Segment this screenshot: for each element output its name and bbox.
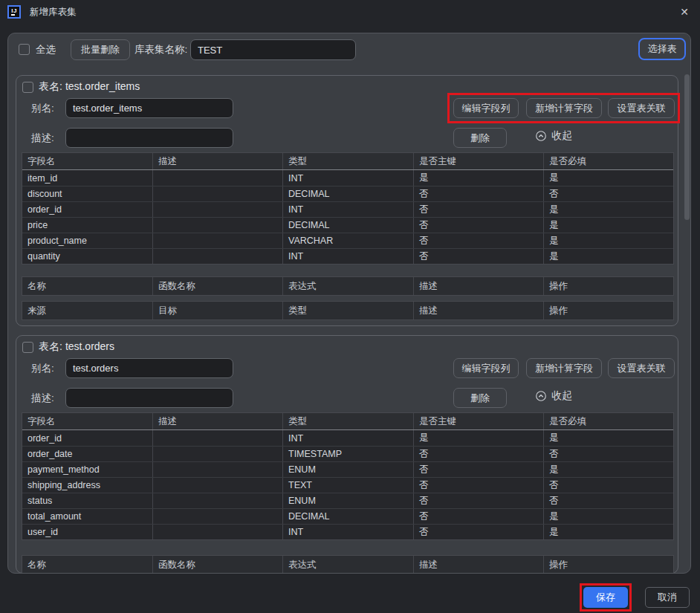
alias-label: 别名:	[31, 98, 54, 118]
table-cell	[152, 249, 282, 264]
table-cell: DECIMAL	[282, 187, 413, 201]
column-header: 表达式	[282, 277, 413, 295]
column-header: 操作	[543, 302, 673, 320]
column-header: 类型	[282, 302, 413, 320]
table-cell: 是	[543, 509, 673, 524]
table-cell: INT	[282, 170, 413, 186]
table-cell: 否	[413, 187, 543, 201]
table-cell	[152, 202, 282, 217]
desc-label: 描述:	[31, 128, 54, 148]
column-header: 来源	[22, 302, 152, 320]
table-cell: product_name	[22, 233, 152, 248]
calc-field-table: 名称 函数名称 表达式 描述 操作	[22, 555, 674, 574]
table-cell: order_id	[22, 202, 152, 217]
field-table: 字段名 描述 类型 是否主键 是否必填 order_idINT是是order_d…	[22, 412, 674, 540]
delete-button[interactable]: 删除	[453, 388, 507, 408]
table-cell: price	[22, 218, 152, 233]
close-icon[interactable]: ✕	[678, 5, 691, 19]
set-name-input[interactable]	[190, 39, 356, 60]
calc-field-table: 名称 函数名称 表达式 描述 操作	[22, 276, 674, 296]
table-cell: 是	[543, 249, 673, 264]
cancel-button[interactable]: 取消	[645, 587, 690, 608]
table-cell: status	[22, 493, 152, 508]
table-cell: VARCHAR	[282, 233, 413, 248]
edit-fields-button[interactable]: 编辑字段列	[453, 98, 519, 118]
desc-input[interactable]	[65, 128, 233, 148]
table-cell: user_id	[22, 525, 152, 539]
table-row: order_idINT是是	[22, 430, 673, 446]
table-cell: DECIMAL	[282, 509, 413, 524]
column-header: 名称	[22, 556, 152, 574]
table-row: item_idINT是是	[22, 170, 673, 186]
section-title: 表名:test.order_items	[39, 80, 143, 94]
collapse-label: 收起	[551, 129, 572, 143]
column-header: 操作	[543, 277, 673, 295]
relation-table-header: 来源 目标 类型 描述 操作	[22, 302, 673, 320]
alias-label: 别名:	[31, 358, 54, 378]
field-table-header: 字段名 描述 类型 是否主键 是否必填	[22, 413, 673, 430]
table-cell: TIMESTAMP	[282, 447, 413, 461]
table-cell: 否	[543, 187, 673, 201]
main-panel: 全选 批量删除 库表集名称: 选择表 表名:test.order_items 别…	[7, 33, 691, 574]
intellij-logo-icon: IJ	[7, 5, 21, 19]
table-row: shipping_addressTEXT否否	[22, 477, 673, 493]
choose-table-button[interactable]: 选择表	[638, 38, 686, 60]
table-cell: 是	[543, 170, 673, 186]
set-name-label: 库表集名称:	[135, 43, 187, 56]
calc-table-header: 名称 函数名称 表达式 描述 操作	[22, 277, 673, 295]
collapse-toggle[interactable]: 收起	[535, 129, 572, 143]
select-all-checkbox[interactable]	[19, 44, 30, 55]
batch-delete-button[interactable]: 批量删除	[71, 39, 130, 60]
set-relation-button[interactable]: 设置表关联	[608, 358, 675, 378]
table-row: user_idINT否是	[22, 524, 673, 539]
column-header: 描述	[413, 556, 543, 574]
desc-input[interactable]	[65, 388, 233, 408]
table-cell: 是	[543, 233, 673, 248]
collapse-label: 收起	[551, 389, 572, 403]
delete-button[interactable]: 删除	[453, 128, 507, 148]
table-cell: INT	[282, 525, 413, 539]
set-relation-button[interactable]: 设置表关联	[608, 98, 675, 118]
vertical-scrollbar-thumb[interactable]	[684, 74, 690, 220]
table-name-value: test.orders	[65, 340, 114, 352]
column-header: 表达式	[282, 556, 413, 574]
add-calc-field-button[interactable]: 新增计算字段	[526, 98, 602, 118]
table-row: payment_methodENUM否是	[22, 461, 673, 477]
add-calc-field-button[interactable]: 新增计算字段	[526, 358, 602, 378]
table-cell	[152, 478, 282, 493]
column-header: 描述	[152, 153, 282, 169]
edit-fields-button[interactable]: 编辑字段列	[453, 358, 519, 378]
table-cell: INT	[282, 202, 413, 217]
table-cell: 是	[543, 462, 673, 477]
column-header: 函数名称	[152, 277, 282, 295]
field-table-body: order_idINT是是order_dateTIMESTAMP否否paymen…	[22, 430, 673, 539]
column-header: 描述	[413, 277, 543, 295]
section-title: 表名:test.orders	[39, 340, 117, 354]
table-cell: 否	[413, 493, 543, 508]
column-header: 描述	[152, 413, 282, 429]
column-header: 函数名称	[152, 556, 282, 574]
collapse-toggle[interactable]: 收起	[535, 389, 572, 403]
column-header: 描述	[413, 302, 543, 320]
table-cell: 是	[413, 430, 543, 446]
table-cell	[152, 525, 282, 539]
table-row: product_nameVARCHAR否是	[22, 233, 673, 248]
alias-input[interactable]	[65, 358, 233, 378]
table-name-label: 表名:	[39, 80, 62, 92]
table-row: order_idINT否是	[22, 201, 673, 217]
calc-table-header: 名称 函数名称 表达式 描述 操作	[22, 556, 673, 574]
table-cell: 是	[543, 430, 673, 446]
table-row: order_dateTIMESTAMP否否	[22, 446, 673, 461]
field-table-header: 字段名 描述 类型 是否主键 是否必填	[22, 153, 673, 170]
table-cell: 否	[543, 493, 673, 508]
section-checkbox[interactable]	[22, 342, 33, 353]
column-header: 类型	[282, 413, 413, 429]
table-cell: 否	[413, 447, 543, 461]
section-checkbox[interactable]	[22, 82, 33, 93]
table-row: priceDECIMAL否是	[22, 217, 673, 233]
column-header: 字段名	[22, 413, 152, 429]
save-button[interactable]: 保存	[583, 587, 628, 608]
collapse-circle-chevron-icon	[535, 130, 547, 142]
alias-input[interactable]	[65, 98, 233, 118]
table-cell: order_date	[22, 447, 152, 461]
